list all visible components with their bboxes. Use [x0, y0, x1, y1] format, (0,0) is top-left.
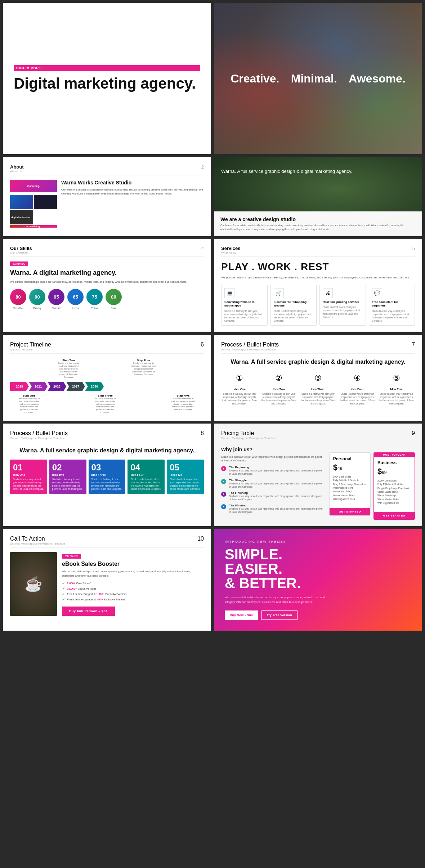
services-heading: PLAY . WORK . REST [221, 261, 415, 273]
cc-04: 04 Idea Four Studio is a fast way to sta… [128, 460, 165, 494]
cta-feature-1: ✓ 2,000+ Core Slides* [62, 581, 204, 585]
stat-brainy: 90 Brainy [29, 289, 45, 310]
marketing-img: marketing. [10, 180, 57, 192]
cta-feature-2: ✓ 28,000+ Exclusive Icons [62, 587, 204, 591]
tag-awesome: Awesome. [349, 72, 406, 85]
idea-5: ⑤ Idea Five Studio is a fast way to star… [378, 371, 415, 405]
service-3-desc: Studio is a fast way to start your respo… [323, 305, 363, 318]
slide-3-right: Services What we do 5 PLAY . WORK . REST… [214, 239, 422, 332]
stat-ideas: 65 Ideas [67, 289, 84, 310]
feature-item: Vector Based Icons [377, 490, 411, 494]
get-started-personal-button[interactable]: GET STARTED [330, 508, 370, 515]
about-text: Warna Works Creative Studio Our team of … [61, 180, 204, 196]
slide4-num: 5 [412, 246, 415, 254]
slide8-header: Pricing Table Source: Multipurpose Power… [221, 430, 415, 442]
try-free-button[interactable]: Try Free Version [261, 610, 298, 620]
feature-item: 2000+ Core Slides [377, 479, 411, 483]
feature-item: 100+ Core Slides [333, 475, 367, 479]
slide7-num: 8 [201, 430, 204, 440]
slide2-header: About About Us 2 [10, 164, 204, 175]
warna-card-title: We are a creative design studio [220, 216, 416, 222]
slide2-subtitle: About Us [10, 170, 24, 173]
step-three-info: Step Three Studio is a fast way to start… [94, 394, 116, 414]
circle-brainy: 90 [29, 289, 45, 305]
timeline-top: Step Two Studio is a fast way to start y… [10, 359, 204, 379]
buy-now-button[interactable]: Buy Now – $64 [225, 610, 258, 620]
cc-01-desc: Studio is a fast way to start your respo… [13, 478, 44, 491]
pi-desc-4: Studio is a fast way to start your respo… [229, 507, 324, 514]
service-2-icon: 🛒 [274, 288, 284, 298]
why-join-desc: Studio is a fast way to start your respo… [221, 455, 324, 462]
warna-top-text: Warna. A full service graphic design & d… [214, 157, 422, 211]
check-icon-2: ✓ [62, 587, 65, 591]
pi-desc-3: Studio is a fast way to start your respo… [229, 495, 324, 501]
buy-full-version-button[interactable]: Buy Full Version – $64 [62, 607, 115, 616]
slide6-header: Process / Bullet Points Source: Multipur… [221, 341, 415, 354]
stats-row: 80 Creative 90 Brainy 95 Classic 65 Idea… [10, 289, 204, 310]
idea-3: ③ Idea Three Studio is a fast way to sta… [300, 371, 337, 405]
pricing-winning: ● The Winning Studio is a fast way to st… [221, 504, 324, 514]
slide-6-left: Call To Action Source: Multipurpose Powe… [3, 529, 211, 631]
step-five-info: Step Five Studio is a fast way to start … [170, 394, 196, 414]
stat-classic: 95 Classic [48, 289, 64, 310]
final-buttons: Buy Now – $64 Try Free Version [225, 610, 411, 620]
slide3-num: 4 [201, 246, 204, 254]
service-1-title: Converting website to mobile apps [224, 300, 264, 308]
label-ideas: Ideas [72, 307, 79, 310]
tl-2019: 2019 [10, 382, 29, 391]
feature-item: Drag & Drop Image Placeholder [377, 487, 411, 490]
timeline-bar: 2019 2021 2023 2027 2030 [10, 382, 204, 391]
ebook-desc: We pursue relationships based on transpa… [62, 569, 204, 578]
circle-ideas: 65 [67, 289, 84, 305]
pi-title-3: The Finishing [229, 491, 324, 495]
pi-dot-2: ● [221, 479, 226, 484]
line2: EASIER. [225, 561, 282, 577]
check-icon-3: ✓ [62, 592, 65, 596]
slide5-header: Project Timeline Quick & Template 6 [10, 341, 204, 354]
cta-content: ☕ ON SALE! eBook Sales Booster We pursue… [10, 552, 204, 616]
circle-creative: 80 [10, 289, 26, 305]
slide9-title: Call To Action [10, 536, 65, 542]
digi-badge: DIGI REPORT [14, 65, 200, 71]
cc-05-title: Idea Five [170, 473, 201, 476]
tl-2021: 2021 [29, 382, 48, 391]
idea-4-icon: ④ [350, 371, 364, 385]
pricing-content: Why join us? Studio is a fast way to sta… [221, 447, 415, 520]
slide-2-left: About About Us 2 marketing. digital anim… [3, 157, 211, 236]
services-desc: We pursue relationships based on transpa… [221, 276, 415, 280]
line1: SIMPLE. [225, 546, 282, 562]
slide3-header: Our Skills Our Expertise 4 [10, 246, 204, 257]
services-grid: 💻 Converting website to mobile apps Stud… [221, 285, 415, 326]
idea-4-desc: Studio is a fast way to start your respo… [339, 392, 376, 405]
stat-fun: 80 Fun! [106, 289, 122, 310]
cc-05: 05 Idea Five Studio is a fast way to sta… [167, 460, 204, 494]
plan-business: MOST POPULAR Business $99 2000+ Core Sli… [373, 452, 415, 520]
service-3: 🖨 Real time printing services Studio is … [319, 285, 366, 326]
service-4-title: Free consultant for beginners [372, 300, 412, 308]
slide7-header: Process / Bullet Points Source: Multipur… [10, 430, 204, 442]
idea-3-desc: Studio is a fast way to start your respo… [300, 392, 337, 405]
circle-classic: 95 [48, 289, 64, 305]
cc-02-title: Idea Two [52, 473, 84, 476]
slide9-num: 10 [197, 536, 204, 545]
get-started-business-button[interactable]: GET STARTED [374, 512, 415, 519]
slide-1-left: DIGI REPORT Digital marketing agency. [3, 3, 211, 154]
label-think: Think [91, 307, 98, 310]
feature-item: With Organized Files [377, 501, 411, 505]
warna-card-desc: Our team of specialists consistently del… [220, 224, 416, 231]
color-cards-row: 01 Idea One Studio is a fast way to star… [10, 460, 204, 494]
feature-text-4: Free Lifetime Updates & 100+ Exclusive T… [67, 598, 126, 601]
cta-feature-4: ✓ Free Lifetime Updates & 100+ Exclusive… [62, 598, 204, 601]
plan-business-price: $99 [377, 467, 411, 476]
ideas-row: ① Idea One Studio is a fast way to start… [221, 371, 415, 405]
service-1: 💻 Converting website to mobile apps Stud… [221, 285, 268, 326]
process2-heading: Warna. A full service graphic design & d… [10, 447, 204, 454]
service-4-desc: Studio is a fast way to start your respo… [372, 309, 412, 322]
feature-text-2: 28,000+ Exclusive Icons [67, 587, 96, 590]
feature-item: Fully Editable & Scalable [377, 483, 411, 486]
service-2-title: E-commerce / Shopping Website [274, 300, 314, 308]
slide8-subtitle: Source: Multipurpose Powerpoint Template [221, 437, 276, 440]
cc-05-desc: Studio is a fast way to start your respo… [170, 478, 201, 491]
slide5-subtitle: Quick & Template [10, 348, 51, 351]
tl-2027: 2027 [66, 382, 85, 391]
